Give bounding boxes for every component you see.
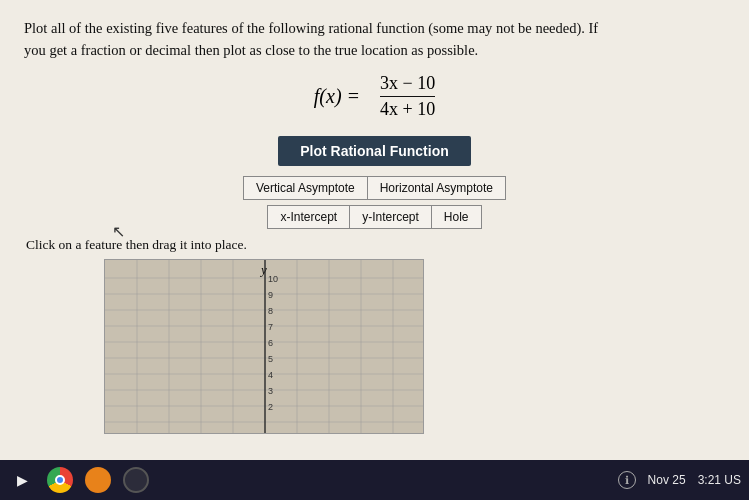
vertical-asymptote-button[interactable]: Vertical Asymptote (243, 176, 368, 200)
svg-text:4: 4 (268, 370, 273, 380)
fraction: 3x − 10 4x + 10 (380, 72, 435, 122)
svg-text:5: 5 (268, 354, 273, 364)
chrome-icon[interactable] (46, 466, 74, 494)
hole-button[interactable]: Hole (432, 205, 482, 229)
y-axis-label: y (261, 262, 267, 278)
graph-area[interactable]: 10 9 8 7 6 5 4 3 2 y (104, 259, 424, 434)
svg-text:3: 3 (268, 386, 273, 396)
back-arrow-icon[interactable]: ↖ (112, 222, 125, 241)
play-button[interactable]: ▶ (8, 466, 36, 494)
fraction-bar (380, 96, 435, 98)
instruction-line1: Plot all of the existing five features o… (24, 20, 598, 36)
taskbar-left: ▶ (8, 466, 150, 494)
function-display: f(x) = 3x − 10 4x + 10 (24, 72, 725, 122)
click-instruction: Click on a feature then drag it into pla… (24, 237, 725, 253)
taskbar: ▶ ℹ Nov 25 3:21 US (0, 460, 749, 500)
feature-row-2: x-Intercept y-Intercept Hole (267, 205, 481, 229)
plot-rational-function-button[interactable]: Plot Rational Function (278, 136, 471, 166)
graph-grid: 10 9 8 7 6 5 4 3 2 (105, 260, 423, 433)
horizontal-asymptote-button[interactable]: Horizontal Asymptote (368, 176, 506, 200)
numerator: 3x − 10 (380, 72, 435, 95)
svg-text:10: 10 (268, 274, 278, 284)
svg-text:2: 2 (268, 402, 273, 412)
feature-buttons-container: Vertical Asymptote Horizontal Asymptote … (24, 176, 725, 229)
taskbar-right: ℹ Nov 25 3:21 US (618, 471, 741, 489)
function-label: f(x) = (314, 85, 360, 108)
svg-text:7: 7 (268, 322, 273, 332)
instruction-line2: you get a fraction or decimal then plot … (24, 42, 478, 58)
svg-text:9: 9 (268, 290, 273, 300)
main-content: Plot all of the existing five features o… (0, 0, 749, 460)
x-intercept-button[interactable]: x-Intercept (267, 205, 350, 229)
svg-text:6: 6 (268, 338, 273, 348)
taskbar-date: Nov 25 (648, 473, 686, 487)
feature-row-1: Vertical Asymptote Horizontal Asymptote (243, 176, 506, 200)
denominator: 4x + 10 (380, 98, 435, 121)
dark-app-icon[interactable] (122, 466, 150, 494)
taskbar-time: 3:21 US (698, 473, 741, 487)
y-intercept-button[interactable]: y-Intercept (350, 205, 432, 229)
instructions: Plot all of the existing five features o… (24, 18, 725, 62)
orange-app-icon[interactable] (84, 466, 112, 494)
info-icon[interactable]: ℹ (618, 471, 636, 489)
svg-text:8: 8 (268, 306, 273, 316)
